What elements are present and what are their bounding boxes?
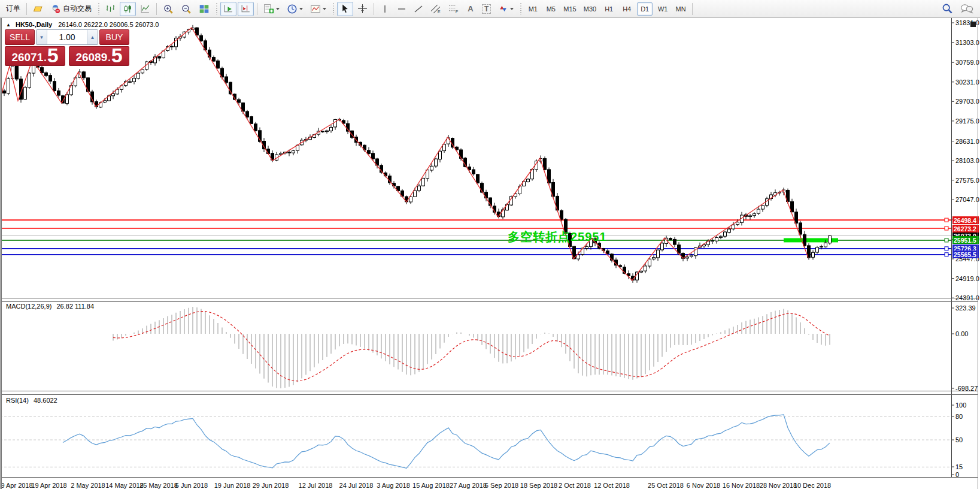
volume-decrease-button[interactable]: ▼ bbox=[37, 30, 47, 44]
bar-chart-button[interactable] bbox=[102, 2, 119, 16]
indicators-button[interactable] bbox=[260, 2, 283, 16]
date-tick-label: 25 May 2018 bbox=[139, 482, 178, 489]
toolbar-separator bbox=[257, 3, 257, 15]
candlestick-chart-button[interactable] bbox=[120, 2, 136, 16]
timeframe-toolbar: M1M5M15M30H1H4D1W1MN bbox=[524, 2, 690, 16]
panel-divider[interactable] bbox=[0, 298, 978, 298]
panel-divider[interactable] bbox=[0, 301, 978, 302]
date-tick-label: 2 Oct 2018 bbox=[559, 482, 591, 489]
date-axis-divider bbox=[0, 477, 978, 478]
date-tick-label: 12 Jul 2018 bbox=[299, 482, 333, 489]
autotrading-button[interactable]: 自动交易 bbox=[47, 2, 95, 16]
rsi-name: RSI(14) bbox=[6, 397, 29, 404]
cursor-button[interactable] bbox=[337, 2, 353, 16]
fibonacci-button[interactable]: F bbox=[445, 2, 462, 16]
buy-price-dot: . bbox=[108, 52, 110, 64]
timeframe-button-m15[interactable]: M15 bbox=[561, 2, 578, 16]
rsi-axis-tick-label: 80 bbox=[955, 413, 963, 420]
horizontal-line-button[interactable] bbox=[394, 2, 409, 16]
toolbar-separator bbox=[692, 3, 693, 15]
sell-button[interactable]: SELL bbox=[5, 29, 35, 45]
search-button[interactable] bbox=[939, 2, 956, 16]
ohlc-values: 26146.0 26222.0 26006.5 26073.0 bbox=[58, 21, 159, 28]
toolbar-gripper[interactable] bbox=[332, 3, 335, 15]
buy-price-display[interactable]: 26089 . 5 bbox=[69, 46, 129, 66]
date-tick-label: 12 Oct 2018 bbox=[594, 482, 630, 489]
sell-price-display[interactable]: 26071 . 5 bbox=[5, 46, 65, 66]
timeframe-button-m30[interactable]: M30 bbox=[581, 2, 599, 16]
zoom-out-button[interactable] bbox=[178, 2, 195, 16]
macd-axis-tick-label: 0.00 bbox=[955, 330, 968, 337]
arrows-button[interactable] bbox=[495, 2, 517, 16]
sell-price-dot: . bbox=[44, 52, 46, 64]
date-tick-label: 29 Jun 2018 bbox=[253, 482, 289, 489]
price-level-badge: 26498.4 bbox=[952, 216, 979, 224]
timeframe-button-m5[interactable]: M5 bbox=[543, 2, 559, 16]
window-corner-marker bbox=[970, 22, 976, 27]
templates-button[interactable] bbox=[307, 2, 329, 16]
order-ticket-icon[interactable] bbox=[30, 2, 46, 16]
equidistant-channel-button[interactable]: E bbox=[427, 2, 444, 16]
bar-chart-icon bbox=[105, 4, 116, 14]
toolbar: 订单 自动交易 bbox=[0, 0, 980, 18]
crosshair-button[interactable] bbox=[354, 2, 371, 16]
panel-divider[interactable] bbox=[0, 391, 978, 391]
text-button[interactable]: A bbox=[463, 2, 478, 16]
date-tick-label: 6 Sep 2018 bbox=[485, 482, 518, 489]
toolbar-gripper[interactable] bbox=[519, 3, 522, 15]
search-icon bbox=[942, 3, 953, 14]
toolbar-separator bbox=[374, 3, 374, 15]
toolbar-separator bbox=[156, 3, 157, 15]
line-chart-button[interactable] bbox=[137, 2, 153, 16]
timeframe-button-w1[interactable]: W1 bbox=[655, 2, 670, 16]
date-tick-label: 9 Apr 2018 bbox=[1, 482, 32, 489]
mt4-terminal: 订单 自动交易 bbox=[0, 0, 980, 489]
chart-window[interactable]: ▲ HK50-,Daily 26146.0 26222.0 26006.5 26… bbox=[0, 18, 980, 489]
crosshair-icon bbox=[357, 4, 368, 14]
dropdown-caret bbox=[299, 8, 303, 10]
chat-button[interactable] bbox=[957, 2, 976, 16]
chart-text-annotation[interactable]: 多空转折点25951 bbox=[508, 229, 607, 245]
buy-button[interactable]: BUY bbox=[99, 29, 129, 45]
timeframe-button-h4[interactable]: H4 bbox=[619, 2, 635, 16]
label-tool-letter: T bbox=[482, 4, 491, 14]
fibo-letter: F bbox=[456, 9, 459, 14]
date-tick-label: 19 Apr 2018 bbox=[31, 482, 66, 489]
auto-scroll-button[interactable] bbox=[220, 2, 236, 16]
sell-price-main: 26071 bbox=[11, 51, 43, 64]
window-right-border bbox=[978, 18, 978, 489]
price-tick-label: 29175.0 bbox=[955, 117, 979, 125]
chart-shift-button[interactable] bbox=[238, 2, 254, 16]
timeframe-button-h1[interactable]: H1 bbox=[601, 2, 617, 16]
one-click-collapse-icon[interactable]: ▲ bbox=[6, 22, 11, 28]
zoom-in-button[interactable] bbox=[160, 2, 177, 16]
window-left-border bbox=[0, 18, 2, 489]
price-tick-label: 28103.0 bbox=[955, 157, 979, 164]
template-icon bbox=[310, 4, 321, 14]
new-order-button[interactable]: 订单 bbox=[3, 2, 23, 16]
vertical-line-button[interactable] bbox=[377, 2, 393, 16]
timeframe-button-m1[interactable]: M1 bbox=[525, 2, 541, 16]
timeframe-button-mn[interactable]: MN bbox=[673, 2, 688, 16]
text-tool-letter: A bbox=[468, 4, 473, 13]
volume-increase-button[interactable]: ▲ bbox=[87, 30, 98, 44]
toolbar-gripper[interactable] bbox=[215, 3, 218, 15]
date-tick-label: 6 Nov 2018 bbox=[687, 482, 720, 489]
chat-icon bbox=[960, 3, 973, 14]
chart-title: ▲ HK50-,Daily 26146.0 26222.0 26006.5 26… bbox=[6, 21, 159, 28]
timeframe-button-d1[interactable]: D1 bbox=[637, 2, 653, 16]
trendline-button[interactable] bbox=[411, 2, 426, 16]
volume-input[interactable]: 1.00 bbox=[47, 30, 87, 44]
text-label-button[interactable]: T bbox=[479, 2, 494, 16]
channel-icon: E bbox=[430, 4, 441, 14]
dropdown-caret bbox=[276, 8, 280, 10]
toolbar-gripper[interactable] bbox=[97, 3, 100, 15]
tile-windows-button[interactable] bbox=[196, 2, 213, 16]
price-tick-label: 30231.0 bbox=[955, 79, 979, 86]
chart-shift-icon bbox=[241, 4, 251, 14]
symbol-period-label: HK50-,Daily bbox=[16, 21, 52, 28]
periods-button[interactable] bbox=[284, 2, 306, 16]
date-tick-label: 24 Jul 2018 bbox=[339, 482, 374, 489]
panel-divider[interactable] bbox=[0, 394, 978, 395]
chart-canvas[interactable] bbox=[0, 18, 980, 489]
